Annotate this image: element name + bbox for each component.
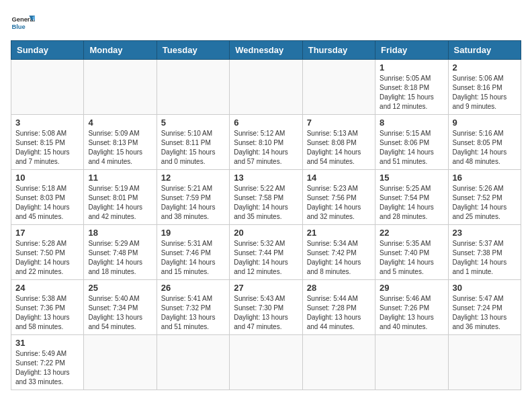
weekday-header-row: SundayMondayTuesdayWednesdayThursdayFrid… bbox=[11, 41, 521, 60]
day-number: 31 bbox=[15, 338, 79, 348]
calendar-cell: 20Sunrise: 5:32 AM Sunset: 7:44 PM Dayli… bbox=[230, 225, 302, 280]
day-number: 20 bbox=[234, 228, 298, 238]
day-number: 6 bbox=[234, 118, 298, 128]
day-number: 13 bbox=[234, 173, 298, 183]
weekday-header-thursday: Thursday bbox=[302, 41, 375, 60]
calendar-cell bbox=[448, 335, 521, 390]
weekday-header-saturday: Saturday bbox=[448, 41, 521, 60]
calendar-cell bbox=[375, 335, 448, 390]
svg-text:Blue: Blue bbox=[11, 24, 25, 30]
logo-icon: General Blue bbox=[11, 11, 35, 35]
day-info: Sunrise: 5:31 AM Sunset: 7:46 PM Dayligh… bbox=[161, 239, 225, 277]
calendar-cell: 24Sunrise: 5:38 AM Sunset: 7:36 PM Dayli… bbox=[11, 280, 84, 335]
calendar-cell: 16Sunrise: 5:26 AM Sunset: 7:52 PM Dayli… bbox=[448, 170, 521, 225]
calendar-cell: 18Sunrise: 5:29 AM Sunset: 7:48 PM Dayli… bbox=[84, 225, 157, 280]
calendar-cell: 10Sunrise: 5:18 AM Sunset: 8:03 PM Dayli… bbox=[11, 170, 84, 225]
day-number: 12 bbox=[161, 173, 225, 183]
calendar-cell: 14Sunrise: 5:23 AM Sunset: 7:56 PM Dayli… bbox=[302, 170, 375, 225]
day-info: Sunrise: 5:35 AM Sunset: 7:40 PM Dayligh… bbox=[380, 239, 443, 277]
day-info: Sunrise: 5:49 AM Sunset: 7:22 PM Dayligh… bbox=[15, 349, 79, 387]
calendar-cell: 4Sunrise: 5:09 AM Sunset: 8:13 PM Daylig… bbox=[84, 115, 157, 170]
calendar-cell: 11Sunrise: 5:19 AM Sunset: 8:01 PM Dayli… bbox=[84, 170, 157, 225]
day-number: 7 bbox=[307, 118, 371, 128]
calendar-cell: 29Sunrise: 5:46 AM Sunset: 7:26 PM Dayli… bbox=[375, 280, 448, 335]
weekday-header-tuesday: Tuesday bbox=[157, 41, 229, 60]
weekday-header-wednesday: Wednesday bbox=[230, 41, 302, 60]
calendar-cell: 2Sunrise: 5:06 AM Sunset: 8:16 PM Daylig… bbox=[448, 60, 521, 115]
calendar-cell: 3Sunrise: 5:08 AM Sunset: 8:15 PM Daylig… bbox=[11, 115, 84, 170]
day-number: 11 bbox=[88, 173, 152, 183]
calendar-cell bbox=[230, 60, 302, 115]
week-row-1: 1Sunrise: 5:05 AM Sunset: 8:18 PM Daylig… bbox=[11, 60, 521, 115]
week-row-3: 10Sunrise: 5:18 AM Sunset: 8:03 PM Dayli… bbox=[11, 170, 521, 225]
day-number: 15 bbox=[380, 173, 443, 183]
day-info: Sunrise: 5:19 AM Sunset: 8:01 PM Dayligh… bbox=[88, 184, 152, 222]
day-info: Sunrise: 5:09 AM Sunset: 8:13 PM Dayligh… bbox=[88, 129, 152, 167]
day-info: Sunrise: 5:23 AM Sunset: 7:56 PM Dayligh… bbox=[307, 184, 371, 222]
week-row-4: 17Sunrise: 5:28 AM Sunset: 7:50 PM Dayli… bbox=[11, 225, 521, 280]
week-row-2: 3Sunrise: 5:08 AM Sunset: 8:15 PM Daylig… bbox=[11, 115, 521, 170]
calendar-cell: 21Sunrise: 5:34 AM Sunset: 7:42 PM Dayli… bbox=[302, 225, 375, 280]
day-number: 5 bbox=[161, 118, 225, 128]
calendar-cell bbox=[84, 335, 157, 390]
day-info: Sunrise: 5:28 AM Sunset: 7:50 PM Dayligh… bbox=[15, 239, 79, 277]
calendar-cell bbox=[11, 60, 84, 115]
calendar-cell: 17Sunrise: 5:28 AM Sunset: 7:50 PM Dayli… bbox=[11, 225, 84, 280]
week-row-5: 24Sunrise: 5:38 AM Sunset: 7:36 PM Dayli… bbox=[11, 280, 521, 335]
calendar-cell: 8Sunrise: 5:15 AM Sunset: 8:06 PM Daylig… bbox=[375, 115, 448, 170]
day-info: Sunrise: 5:46 AM Sunset: 7:26 PM Dayligh… bbox=[380, 294, 443, 332]
calendar-cell: 27Sunrise: 5:43 AM Sunset: 7:30 PM Dayli… bbox=[230, 280, 302, 335]
calendar-cell: 7Sunrise: 5:13 AM Sunset: 8:08 PM Daylig… bbox=[302, 115, 375, 170]
day-info: Sunrise: 5:05 AM Sunset: 8:18 PM Dayligh… bbox=[380, 74, 443, 111]
calendar-cell: 25Sunrise: 5:40 AM Sunset: 7:34 PM Dayli… bbox=[84, 280, 157, 335]
day-info: Sunrise: 5:37 AM Sunset: 7:38 PM Dayligh… bbox=[453, 239, 517, 277]
calendar-cell bbox=[302, 60, 375, 115]
day-number: 30 bbox=[453, 283, 517, 293]
calendar-cell: 1Sunrise: 5:05 AM Sunset: 8:18 PM Daylig… bbox=[375, 60, 448, 115]
calendar-cell: 22Sunrise: 5:35 AM Sunset: 7:40 PM Dayli… bbox=[375, 225, 448, 280]
day-info: Sunrise: 5:34 AM Sunset: 7:42 PM Dayligh… bbox=[307, 239, 371, 277]
day-info: Sunrise: 5:38 AM Sunset: 7:36 PM Dayligh… bbox=[15, 294, 79, 332]
weekday-header-sunday: Sunday bbox=[11, 41, 84, 60]
day-number: 16 bbox=[453, 173, 517, 183]
day-number: 4 bbox=[88, 118, 152, 128]
day-number: 14 bbox=[307, 173, 371, 183]
calendar-cell: 26Sunrise: 5:41 AM Sunset: 7:32 PM Dayli… bbox=[157, 280, 229, 335]
day-info: Sunrise: 5:32 AM Sunset: 7:44 PM Dayligh… bbox=[234, 239, 298, 277]
calendar-cell: 15Sunrise: 5:25 AM Sunset: 7:54 PM Dayli… bbox=[375, 170, 448, 225]
weekday-header-friday: Friday bbox=[375, 41, 448, 60]
day-info: Sunrise: 5:44 AM Sunset: 7:28 PM Dayligh… bbox=[307, 294, 371, 332]
calendar-cell: 9Sunrise: 5:16 AM Sunset: 8:05 PM Daylig… bbox=[448, 115, 521, 170]
day-number: 8 bbox=[380, 118, 443, 128]
calendar-table: SundayMondayTuesdayWednesdayThursdayFrid… bbox=[11, 40, 521, 390]
day-info: Sunrise: 5:10 AM Sunset: 8:11 PM Dayligh… bbox=[161, 129, 225, 167]
day-number: 28 bbox=[307, 283, 371, 293]
day-info: Sunrise: 5:47 AM Sunset: 7:24 PM Dayligh… bbox=[453, 294, 517, 332]
day-info: Sunrise: 5:08 AM Sunset: 8:15 PM Dayligh… bbox=[15, 129, 79, 167]
calendar-cell: 5Sunrise: 5:10 AM Sunset: 8:11 PM Daylig… bbox=[157, 115, 229, 170]
page-header: General Blue bbox=[11, 11, 521, 35]
calendar-cell bbox=[84, 60, 157, 115]
day-info: Sunrise: 5:22 AM Sunset: 7:58 PM Dayligh… bbox=[234, 184, 298, 222]
day-number: 29 bbox=[380, 283, 443, 293]
day-info: Sunrise: 5:26 AM Sunset: 7:52 PM Dayligh… bbox=[453, 184, 517, 222]
calendar-cell: 31Sunrise: 5:49 AM Sunset: 7:22 PM Dayli… bbox=[11, 335, 84, 390]
day-number: 24 bbox=[15, 283, 79, 293]
calendar-cell bbox=[302, 335, 375, 390]
day-number: 18 bbox=[88, 228, 152, 238]
day-number: 25 bbox=[88, 283, 152, 293]
day-number: 27 bbox=[234, 283, 298, 293]
day-info: Sunrise: 5:13 AM Sunset: 8:08 PM Dayligh… bbox=[307, 129, 371, 167]
calendar-cell: 30Sunrise: 5:47 AM Sunset: 7:24 PM Dayli… bbox=[448, 280, 521, 335]
day-number: 22 bbox=[380, 228, 443, 238]
day-info: Sunrise: 5:15 AM Sunset: 8:06 PM Dayligh… bbox=[380, 129, 443, 167]
calendar-cell bbox=[157, 60, 229, 115]
day-number: 2 bbox=[453, 62, 517, 73]
day-number: 21 bbox=[307, 228, 371, 238]
calendar-cell: 19Sunrise: 5:31 AM Sunset: 7:46 PM Dayli… bbox=[157, 225, 229, 280]
calendar-cell: 6Sunrise: 5:12 AM Sunset: 8:10 PM Daylig… bbox=[230, 115, 302, 170]
day-number: 1 bbox=[380, 62, 443, 73]
day-number: 19 bbox=[161, 228, 225, 238]
day-number: 3 bbox=[15, 118, 79, 128]
day-info: Sunrise: 5:12 AM Sunset: 8:10 PM Dayligh… bbox=[234, 129, 298, 167]
